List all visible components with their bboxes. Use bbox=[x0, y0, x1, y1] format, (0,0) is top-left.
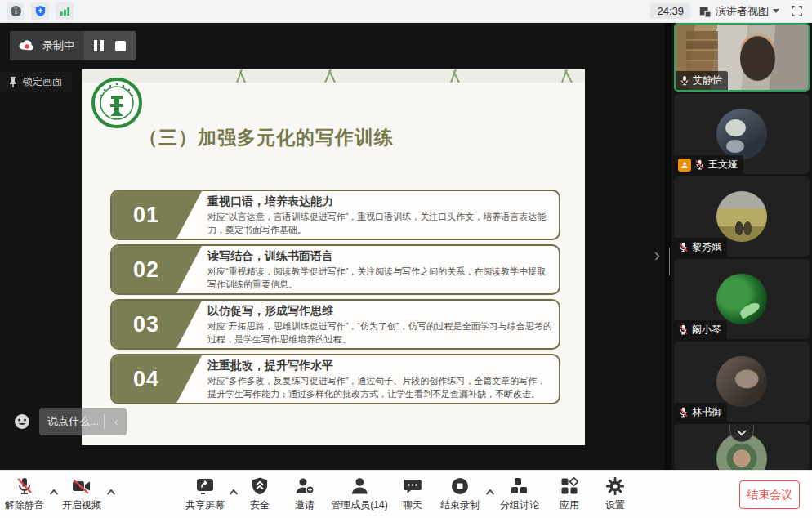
chevron-down-icon bbox=[737, 430, 747, 436]
item-body: 对应“以言达意，言语训练促进写作”，重视口语训练，关注口头作文，培养语言表达能力… bbox=[207, 211, 552, 237]
item-number-badge: 03 bbox=[112, 301, 202, 348]
fullscreen-button[interactable] bbox=[787, 2, 805, 20]
chevron-up-icon bbox=[230, 489, 239, 495]
chevron-up-icon bbox=[50, 489, 59, 495]
share-screen-button[interactable]: 共享屏幕 bbox=[185, 476, 225, 512]
shield-plus-icon bbox=[34, 5, 47, 17]
chat-placeholder: 说点什么... bbox=[47, 414, 99, 429]
slide-top-decoration bbox=[82, 69, 585, 83]
item-title: 读写结合，训练书面语言 bbox=[207, 249, 552, 264]
shared-slide: （三）加强多元化的写作训练 01 重视口语，培养表达能力 对应“以言达意，言语训… bbox=[82, 69, 585, 445]
chevron-up-icon bbox=[486, 489, 495, 495]
record-options-caret[interactable] bbox=[486, 485, 495, 498]
security-shield-icon[interactable] bbox=[31, 2, 49, 20]
item-body: 对应“开拓思路，思维训练促进写作”，“仿为了创”，仿写的过程是全面学习与综合思考… bbox=[207, 320, 552, 346]
breakout-rooms-button[interactable]: 分组讨论 bbox=[500, 476, 539, 512]
meeting-info-icon[interactable] bbox=[7, 2, 25, 20]
item-number-badge: 01 bbox=[112, 191, 202, 239]
end-meeting-button[interactable]: 结束会议 bbox=[739, 480, 800, 509]
pause-recording-button[interactable] bbox=[94, 40, 104, 51]
slide-item-4: 04 注重批改，提升写作水平 对应“多作多改，反复练习促进写作”，通过句子、片段… bbox=[110, 354, 560, 404]
stop-record-icon bbox=[450, 476, 470, 496]
item-body: 对应“重视精读，阅读教学促进写作”，关注阅读与写作之间的关系，在阅读教学中提取写… bbox=[207, 266, 552, 292]
participant-name: 艾静怡 bbox=[693, 74, 722, 87]
expand-sidebar-button[interactable]: › bbox=[654, 245, 660, 266]
pin-icon bbox=[8, 76, 18, 87]
stop-recording-button[interactable] bbox=[115, 41, 126, 51]
bottom-toolbar: 解除静音 开启视频 共享屏幕 bbox=[0, 470, 812, 518]
participant-tile-6-partial[interactable] bbox=[674, 424, 810, 470]
item-number-badge: 04 bbox=[112, 355, 202, 403]
emoji-button[interactable] bbox=[8, 408, 36, 435]
participant-tile-2[interactable]: 王文娅 bbox=[674, 94, 810, 174]
camera-off-icon bbox=[71, 476, 92, 496]
participant-tile-5[interactable]: 林书御 bbox=[674, 342, 810, 422]
item-title: 以仿促写，形成写作思维 bbox=[207, 304, 552, 319]
recording-status: 录制中 bbox=[10, 38, 84, 53]
recording-bar: 录制中 bbox=[10, 31, 136, 60]
participant-avatar bbox=[716, 274, 767, 324]
settings-button[interactable]: 设置 bbox=[605, 476, 625, 512]
mute-options-caret[interactable] bbox=[50, 485, 59, 498]
breakout-blocks-icon bbox=[510, 476, 529, 496]
unmute-button[interactable]: 解除静音 bbox=[5, 476, 44, 512]
apps-button[interactable]: 应用 bbox=[560, 476, 579, 512]
grass-art bbox=[82, 69, 585, 83]
gear-icon bbox=[605, 476, 625, 496]
participant-nametag: 林书御 bbox=[674, 403, 727, 422]
lock-view-button[interactable]: 锁定画面 bbox=[0, 72, 72, 92]
participant-nametag: 黎秀娥 bbox=[674, 238, 727, 257]
chevron-down-icon bbox=[773, 9, 779, 13]
sidebar-resize-handle[interactable] bbox=[665, 23, 671, 470]
participant-nametag: 王文娅 bbox=[674, 155, 743, 174]
stop-record-button[interactable]: 结束录制 bbox=[440, 476, 480, 512]
item-number-badge: 02 bbox=[112, 246, 202, 293]
school-logo bbox=[91, 78, 142, 132]
top-bar: 24:39 演讲者视图 bbox=[0, 0, 812, 23]
view-switch-button[interactable]: 演讲者视图 bbox=[698, 4, 779, 19]
slide-item-2: 02 读写结合，训练书面语言 对应“重视精读，阅读教学促进写作”，关注阅读与写作… bbox=[110, 244, 560, 295]
chat-input[interactable]: 说点什么... ‹ bbox=[39, 408, 127, 435]
mic-muted-icon bbox=[678, 242, 689, 252]
video-options-caret[interactable] bbox=[107, 485, 116, 498]
meeting-app: 24:39 演讲者视图 bbox=[0, 0, 812, 518]
security-shield-icon bbox=[251, 476, 269, 496]
mic-on-icon bbox=[680, 75, 689, 86]
participant-tile-3[interactable]: 黎秀娥 bbox=[674, 176, 810, 257]
invite-person-icon bbox=[294, 476, 315, 496]
share-options-caret[interactable] bbox=[230, 485, 239, 498]
top-bar-left bbox=[7, 2, 74, 20]
view-switch-label: 演讲者视图 bbox=[716, 4, 769, 19]
layout-icon bbox=[698, 5, 712, 18]
security-button[interactable]: 安全 bbox=[250, 476, 270, 512]
start-video-button[interactable]: 开启视频 bbox=[62, 476, 101, 512]
members-icon bbox=[350, 476, 369, 496]
item-body: 对应“多作多改，反复练习促进写作”，通过句子、片段的创作练习，全篇文章的写作，提… bbox=[207, 375, 552, 401]
participant-avatar bbox=[716, 109, 767, 159]
recording-status-label: 录制中 bbox=[42, 38, 74, 53]
participant-tile-4[interactable]: 阚小琴 bbox=[674, 259, 810, 339]
chat-button[interactable]: 结束录制 聊天 bbox=[403, 476, 422, 512]
participants-sidebar: 艾静怡 王文娅 bbox=[671, 23, 812, 470]
invite-button[interactable]: 邀请 bbox=[294, 476, 315, 512]
pause-icon bbox=[94, 40, 104, 51]
share-screen-icon bbox=[194, 476, 216, 496]
participant-name: 王文娅 bbox=[708, 158, 738, 172]
drag-handle-icon bbox=[667, 248, 670, 275]
meeting-timer: 24:39 bbox=[650, 3, 690, 19]
lock-view-label: 锁定画面 bbox=[23, 75, 62, 89]
recording-controls bbox=[84, 31, 136, 60]
top-bar-right: 24:39 演讲者视图 bbox=[650, 2, 805, 20]
item-title: 注重批改，提升写作水平 bbox=[207, 359, 552, 373]
manage-members-button[interactable]: 管理成员(14) bbox=[331, 476, 387, 512]
participant-name: 黎秀娥 bbox=[692, 240, 721, 254]
item-title: 重视口语，培养表达能力 bbox=[207, 194, 552, 209]
network-signal-icon[interactable] bbox=[56, 2, 74, 20]
participant-tile-1[interactable]: 艾静怡 bbox=[674, 23, 810, 92]
collapse-chat-button[interactable]: ‹ bbox=[109, 415, 123, 428]
fullscreen-icon bbox=[791, 5, 803, 17]
participant-name: 阚小琴 bbox=[692, 323, 721, 337]
mic-muted-icon bbox=[694, 159, 705, 170]
participant-avatar bbox=[716, 356, 767, 407]
participant-name: 林书御 bbox=[692, 405, 721, 419]
